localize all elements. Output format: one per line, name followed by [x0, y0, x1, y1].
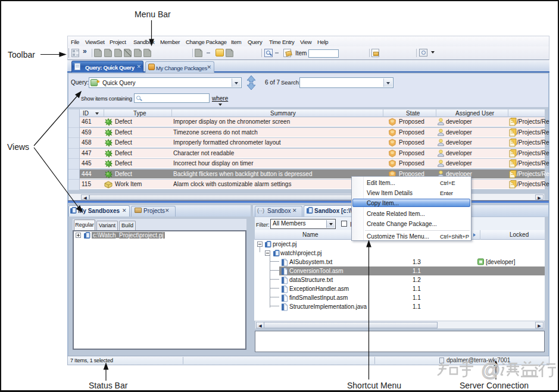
svg-text:@: @ — [481, 359, 500, 381]
